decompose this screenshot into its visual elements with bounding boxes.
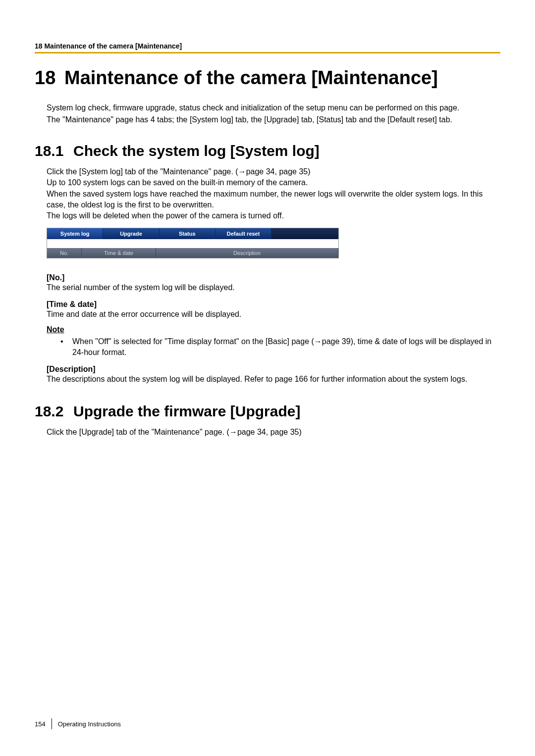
section-18-1-heading: 18.1 Check the system log [System log] xyxy=(35,143,500,159)
section-number: 18.2 xyxy=(35,403,73,420)
section-number: 18.1 xyxy=(35,143,73,159)
field-no-desc: The serial number of the system log will… xyxy=(47,282,500,293)
col-header-no: No. xyxy=(47,248,82,258)
s1-p4: The logs will be deleted when the power … xyxy=(47,210,500,221)
tab-default-reset[interactable]: Default reset xyxy=(215,228,271,239)
s2-p1a: Click the [Upgrade] tab of the "Maintena… xyxy=(47,428,229,436)
field-description-title: [Description] xyxy=(47,365,500,374)
section-title: Upgrade the firmware [Upgrade] xyxy=(73,403,300,420)
s1-p2: Up to 100 system logs can be saved on th… xyxy=(47,177,500,188)
field-description-desc: The descriptions about the system log wi… xyxy=(47,374,500,385)
arrow-icon: → xyxy=(238,167,246,176)
section-title: Check the system log [System log] xyxy=(73,143,320,159)
page-number: 154 xyxy=(35,720,46,728)
log-table-header: No. Time & date Description xyxy=(47,248,338,258)
header-divider xyxy=(35,52,500,53)
tab-system-log[interactable]: System log xyxy=(47,228,103,239)
s1-p1: Click the [System log] tab of the "Maint… xyxy=(47,166,500,177)
chapter-heading: 18 Maintenance of the camera [Maintenanc… xyxy=(35,67,500,89)
tab-row: System log Upgrade Status Default reset xyxy=(47,228,338,239)
bullet-icon: • xyxy=(60,336,72,358)
intro-block: System log check, firmware upgrade, stat… xyxy=(35,102,500,126)
note-bullet: • When "Off" is selected for "Time displ… xyxy=(60,336,500,358)
note-text-a: When "Off" is selected for "Time display… xyxy=(72,337,314,346)
tab-upgrade[interactable]: Upgrade xyxy=(103,228,159,239)
intro-paragraph-2: The "Maintenance" page has 4 tabs; the [… xyxy=(47,114,500,125)
running-header: 18 Maintenance of the camera [Maintenanc… xyxy=(35,42,500,52)
chapter-title: Maintenance of the camera [Maintenance] xyxy=(64,67,438,89)
note-label: Note xyxy=(47,325,500,334)
s2-p1: Click the [Upgrade] tab of the "Maintena… xyxy=(47,427,500,438)
doc-title: Operating Instructions xyxy=(58,720,121,728)
chapter-number: 18 xyxy=(35,67,64,89)
col-header-time-date: Time & date xyxy=(82,248,156,258)
field-timedate-title: [Time & date] xyxy=(47,300,500,309)
s2-p1b: page 34, page 35) xyxy=(237,428,302,436)
arrow-icon: → xyxy=(229,428,237,436)
s1-p1a: Click the [System log] tab of the "Maint… xyxy=(47,167,238,176)
tab-blank-area xyxy=(271,228,338,239)
s1-p1b: page 34, page 35) xyxy=(246,167,311,176)
tab-status[interactable]: Status xyxy=(160,228,215,239)
field-no-title: [No.] xyxy=(47,273,500,282)
intro-paragraph-1: System log check, firmware upgrade, stat… xyxy=(47,102,500,113)
tab-screenshot: System log Upgrade Status Default reset … xyxy=(47,228,339,258)
section-18-1-body: Click the [System log] tab of the "Maint… xyxy=(47,166,500,222)
note-text: When "Off" is selected for "Time display… xyxy=(72,336,500,358)
arrow-icon: → xyxy=(314,337,322,346)
field-timedate-desc: Time and date at the error occurrence wi… xyxy=(47,309,500,320)
section-18-2-body: Click the [Upgrade] tab of the "Maintena… xyxy=(47,427,500,438)
s1-p3: When the saved system logs have reached … xyxy=(47,189,500,211)
page-footer: 154 Operating Instructions xyxy=(35,718,121,729)
col-header-description: Description xyxy=(156,248,338,258)
footer-separator xyxy=(52,718,52,729)
tab-spacer xyxy=(47,239,338,248)
section-18-2-heading: 18.2 Upgrade the firmware [Upgrade] xyxy=(35,403,500,420)
